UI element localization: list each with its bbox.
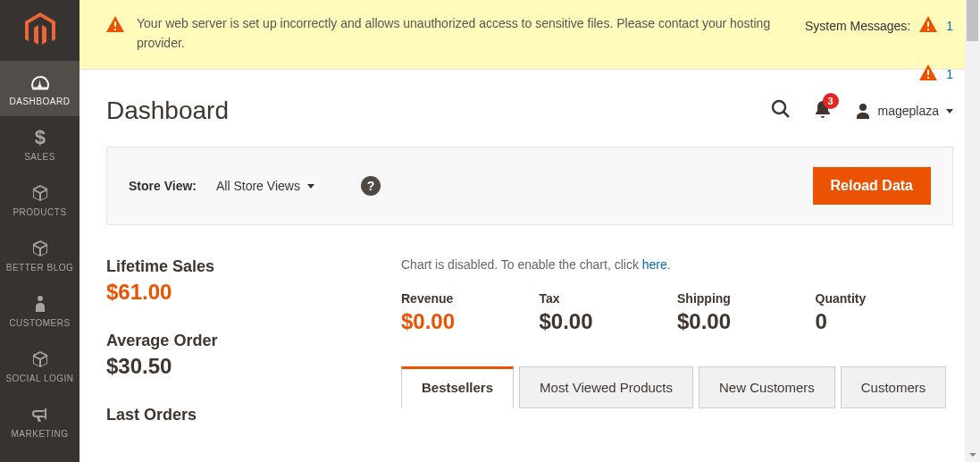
system-messages: Your web server is set up incorrectly an…	[80, 0, 980, 70]
svg-rect-2	[114, 29, 116, 30]
tab-new-customers[interactable]: New Customers	[699, 366, 835, 408]
page-header: Dashboard 3 mageplaza	[80, 70, 980, 147]
nav-label: CUSTOMERS	[9, 318, 70, 328]
svg-rect-5	[927, 70, 929, 75]
cube-icon	[31, 181, 49, 205]
quantity-value: 0	[816, 309, 954, 334]
warning-icon	[106, 16, 124, 36]
sidebar: DASHBOARD $ SALES PRODUCTS BETTER BLOG C…	[0, 0, 80, 462]
logo[interactable]	[0, 0, 80, 61]
system-message-count-link[interactable]: 1	[946, 19, 953, 33]
magento-logo-icon	[25, 13, 55, 48]
tab-bestsellers[interactable]: Bestsellers	[401, 366, 514, 408]
shipping-value: $0.00	[677, 309, 816, 334]
chart-disabled-note: Chart is disabled. To enable the chart, …	[401, 257, 953, 272]
gauge-icon	[30, 71, 50, 94]
svg-rect-6	[927, 77, 929, 79]
svg-rect-3	[927, 21, 929, 27]
tabs: Bestsellers Most Viewed Products New Cus…	[401, 366, 953, 408]
main-content: Your web server is set up incorrectly an…	[80, 0, 980, 462]
system-messages-label: System Messages:	[805, 19, 910, 33]
nav-better-blog[interactable]: BETTER BLOG	[0, 227, 80, 282]
nav-label: SALES	[24, 152, 55, 162]
svg-text:$: $	[34, 128, 46, 147]
nav-label: PRODUCTS	[13, 207, 66, 217]
chevron-down-icon	[307, 184, 314, 189]
user-icon	[855, 102, 871, 120]
tab-customers[interactable]: Customers	[841, 366, 947, 408]
store-view-value: All Store Views	[216, 179, 300, 193]
scrollbar[interactable]	[965, 0, 980, 462]
nav-label: BETTER BLOG	[6, 263, 74, 273]
reload-data-button[interactable]: Reload Data	[813, 167, 931, 205]
toolbar: Store View: All Store Views ? Reload Dat…	[106, 147, 953, 225]
search-icon	[771, 99, 791, 119]
help-icon[interactable]: ?	[361, 176, 381, 196]
store-view-select[interactable]: All Store Views	[216, 179, 314, 193]
nav-label: DASHBOARD	[10, 97, 71, 106]
nav-products[interactable]: PRODUCTS	[0, 172, 80, 227]
chart-note-period: .	[667, 257, 671, 272]
scrollbar-thumb[interactable]	[967, 0, 978, 41]
nav-sales[interactable]: $ SALES	[0, 116, 80, 172]
warning-icon	[919, 16, 937, 36]
tax-value: $0.00	[540, 309, 678, 334]
average-order-label: Average Order	[106, 332, 374, 350]
nav-marketing[interactable]: MARKETING	[0, 393, 80, 449]
scrollbar-down-arrow[interactable]	[965, 447, 980, 462]
tab-most-viewed[interactable]: Most Viewed Products	[519, 366, 693, 408]
chart-enable-link[interactable]: here	[642, 257, 667, 272]
nav-social-login[interactable]: SOCIAL LOGIN	[0, 338, 80, 393]
quantity-label: Quantity	[816, 291, 954, 306]
last-orders-label: Last Orders	[106, 406, 374, 424]
user-menu[interactable]: mageplaza	[855, 102, 954, 120]
shipping-label: Shipping	[677, 291, 816, 306]
cube-icon	[31, 348, 49, 371]
average-order-value: $30.50	[106, 354, 374, 379]
notifications-button[interactable]: 3	[814, 99, 832, 122]
svg-rect-1	[114, 21, 116, 27]
page-title: Dashboard	[106, 97, 771, 125]
chart-note-text: Chart is disabled. To enable the chart, …	[401, 257, 642, 272]
cube-icon	[31, 237, 49, 260]
lifetime-sales-label: Lifetime Sales	[106, 257, 374, 276]
tax-label: Tax	[540, 291, 678, 306]
svg-rect-4	[927, 29, 929, 30]
system-message-count-link[interactable]: 1	[946, 67, 953, 81]
nav-customers[interactable]: CUSTOMERS	[0, 282, 80, 338]
nav-dashboard[interactable]: DASHBOARD	[0, 61, 80, 116]
svg-line-8	[783, 112, 789, 117]
store-view-label: Store View:	[129, 179, 197, 193]
nav-label: SOCIAL LOGIN	[5, 374, 73, 383]
search-button[interactable]	[771, 99, 791, 122]
username-label: mageplaza	[878, 104, 940, 118]
notification-badge: 3	[823, 93, 839, 109]
person-icon	[33, 292, 47, 315]
lifetime-sales-value: $61.00	[106, 280, 374, 305]
revenue-label: Revenue	[401, 291, 540, 306]
warning-icon	[919, 64, 937, 84]
chevron-down-icon	[946, 109, 953, 113]
megaphone-icon	[30, 403, 50, 426]
nav-label: MARKETING	[12, 429, 69, 439]
revenue-value: $0.00	[401, 309, 540, 334]
svg-point-7	[773, 101, 785, 113]
dollar-icon: $	[33, 126, 47, 149]
